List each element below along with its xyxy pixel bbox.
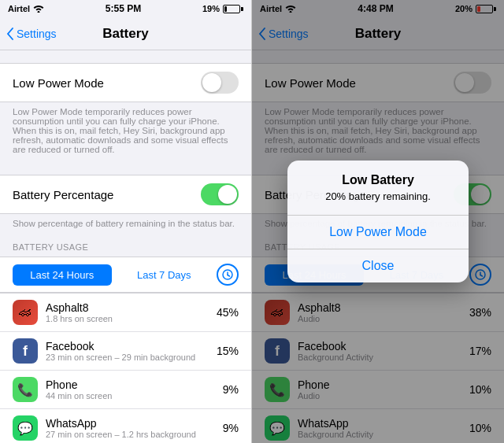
status-left: Airtel [8,4,44,14]
content-left: Low Power Mode Low Power Mode temporaril… [0,50,251,443]
usage-header-left: BATTERY USAGE [0,236,251,257]
low-power-desc-left: Low Power Mode temporarily reduces power… [0,102,251,162]
screen-left: Airtel 5:55 PM 19% Settings Battery [0,0,252,443]
clock-tab-left[interactable] [217,264,239,286]
battery-pct-toggle-left[interactable] [201,183,239,205]
svg-line-2 [228,275,230,277]
app-sub-phone-left: 44 min on screen [46,391,215,401]
usage-tabs-left: Last 24 Hours Last 7 Days [0,257,251,293]
low-power-group-left: Low Power Mode [0,63,251,102]
modal-overlay: Low Battery 20% battery remaining. Low P… [252,0,504,443]
status-bar-left: Airtel 5:55 PM 19% [0,0,251,17]
battery-pct-group-left: Battery Percentage [0,175,251,214]
tab-7d-left[interactable]: Last 7 Days [115,264,214,286]
battery-pct-row-left: Battery Percentage [0,175,251,213]
app-item-facebook-left: f Facebook 23 min on screen – 29 min bac… [0,332,251,371]
modal-body: 20% battery remaining. [300,190,456,202]
app-info-asphalt-left: Asphalt8 1.8 hrs on screen [46,301,209,323]
app-sub-whatsapp-left: 27 min on screen – 1.2 hrs background [46,430,215,439]
back-button-left[interactable]: Settings [6,28,57,40]
status-time-left: 5:55 PM [106,3,141,14]
app-sub-asphalt-left: 1.8 hrs on screen [46,314,209,323]
modal-close-button[interactable]: Close [287,249,469,282]
app-icon-asphalt-left: 🏎 [13,300,38,325]
modal-low-power-button[interactable]: Low Power Mode [287,216,469,249]
tab-24h-left[interactable]: Last 24 Hours [13,264,112,286]
app-sub-facebook-left: 23 min on screen – 29 min background [46,353,209,362]
app-name-facebook-left: Facebook [46,340,209,353]
modal-title: Low Battery [300,173,456,187]
battery-icon-left [223,5,243,13]
nav-title-left: Battery [102,26,149,42]
battery-pct-section-left: Battery Percentage Show percentage of ba… [0,175,251,236]
wifi-icon-left [33,4,44,14]
app-info-phone-left: Phone 44 min on screen [46,378,215,401]
low-power-section-left: Low Power Mode Low Power Mode temporaril… [0,63,251,162]
app-name-asphalt-left: Asphalt8 [46,301,209,314]
app-item-asphalt-left: 🏎 Asphalt8 1.8 hrs on screen 45% [0,293,251,332]
app-icon-whatsapp-left: 💬 [13,415,38,441]
app-pct-facebook-left: 15% [217,345,239,357]
low-power-row-left: Low Power Mode [0,64,251,102]
app-pct-asphalt-left: 45% [217,306,239,319]
app-icon-phone-left: 📞 [13,377,38,402]
app-name-phone-left: Phone [46,378,215,391]
carrier-left: Airtel [8,4,30,13]
app-info-whatsapp-left: WhatsApp 27 min on screen – 1.2 hrs back… [46,417,215,439]
app-pct-phone-left: 9% [223,383,239,396]
battery-pct-desc-left: Show percentage of battery remaining in … [0,214,251,236]
app-item-whatsapp-left: 💬 WhatsApp 27 min on screen – 1.2 hrs ba… [0,409,251,443]
battery-pct-left: 19% [202,4,220,13]
modal-content: Low Battery 20% battery remaining. [287,161,469,215]
app-icon-facebook-left: f [13,338,38,364]
low-battery-modal: Low Battery 20% battery remaining. Low P… [287,161,469,282]
screen-right: Airtel 4:48 PM 20% Settings Battery [252,0,504,443]
low-power-toggle-left[interactable] [201,72,239,94]
app-info-facebook-left: Facebook 23 min on screen – 29 min backg… [46,340,209,362]
back-label-left: Settings [17,28,57,40]
status-right-left: 19% [202,4,243,13]
app-list-left: 🏎 Asphalt8 1.8 hrs on screen 45% f Faceb… [0,293,251,443]
app-pct-whatsapp-left: 9% [223,422,239,434]
battery-pct-label-left: Battery Percentage [13,188,113,201]
low-power-label-left: Low Power Mode [13,76,104,90]
app-name-whatsapp-left: WhatsApp [46,417,215,430]
nav-bar-left: Settings Battery [0,17,251,50]
app-item-phone-left: 📞 Phone 44 min on screen 9% [0,371,251,409]
